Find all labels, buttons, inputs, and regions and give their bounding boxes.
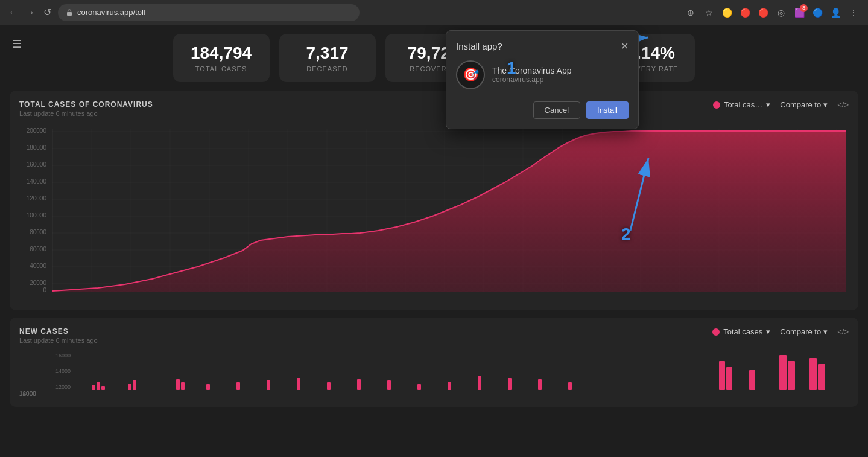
new-cases-legend-dot xyxy=(712,328,720,336)
svg-text:60000: 60000 xyxy=(30,246,46,252)
legend-label: Total cas… xyxy=(724,100,762,109)
svg-rect-69 xyxy=(101,386,105,390)
deceased-label: DECEASED xyxy=(296,65,359,72)
svg-text:2/12: 2/12 xyxy=(440,297,449,298)
svg-text:2/22: 2/22 xyxy=(597,297,606,298)
svg-text:12000: 12000 xyxy=(55,384,71,390)
svg-text:1/27: 1/27 xyxy=(87,297,97,298)
pwa-install-icon[interactable]: ⊕ xyxy=(683,5,698,20)
new-cases-legend[interactable]: Total cases ▾ xyxy=(712,327,770,336)
svg-rect-70 xyxy=(128,384,131,390)
new-cases-bar-chart: 16000 14000 12000 16000 14000 12000 xyxy=(19,349,849,397)
svg-rect-73 xyxy=(181,382,185,390)
new-cases-embed-button[interactable]: </> xyxy=(837,327,849,336)
svg-rect-82 xyxy=(448,382,451,390)
new-cases-chart-header: NEW CASES Last update 6 minutes ago Tota… xyxy=(19,327,849,344)
compare-to-button[interactable]: Compare to ▾ xyxy=(780,100,828,109)
extension-icon-1[interactable]: 🟡 xyxy=(720,5,734,20)
svg-rect-75 xyxy=(236,382,240,390)
extension-icon-5[interactable]: 🟪 3 xyxy=(792,5,806,20)
svg-text:2/17: 2/17 xyxy=(518,297,528,298)
svg-rect-83 xyxy=(478,376,481,390)
svg-rect-0 xyxy=(67,12,72,16)
deceased-number: 7,317 xyxy=(296,43,359,63)
svg-text:2/7: 2/7 xyxy=(363,297,370,298)
svg-rect-78 xyxy=(327,382,331,390)
legend-chevron: ▾ xyxy=(766,100,770,109)
svg-rect-84 xyxy=(508,378,512,390)
popup-app-icon: 🎯 xyxy=(456,60,485,89)
cancel-button[interactable]: Cancel xyxy=(533,101,580,119)
svg-rect-85 xyxy=(538,379,542,390)
stat-total-cases: 184,794 TOTAL CASES xyxy=(173,34,270,82)
compare-to-label: Compare to xyxy=(780,100,821,109)
svg-text:3/1: 3/1 xyxy=(794,297,801,298)
svg-text:2/24: 2/24 xyxy=(636,297,645,298)
svg-text:160000: 160000 xyxy=(27,161,47,168)
svg-rect-92 xyxy=(809,358,817,390)
svg-text:2/27: 2/27 xyxy=(714,297,724,298)
stat-deceased: 7,317 DECEASED xyxy=(279,34,376,82)
annotation-2: 2 xyxy=(621,225,631,244)
svg-text:1/26: 1/26 xyxy=(48,297,57,298)
new-cases-chart-section: NEW CASES Last update 6 minutes ago Tota… xyxy=(10,318,858,407)
lock-icon xyxy=(65,8,74,17)
address-bar[interactable]: coronavirus.app/toll xyxy=(58,4,360,21)
extension-icon-2[interactable]: 🔴 xyxy=(738,5,752,20)
chart-controls: Total cas… ▾ Compare to ▾ </> xyxy=(713,100,849,109)
svg-text:180000: 180000 xyxy=(27,144,47,151)
svg-text:2/19: 2/19 xyxy=(557,297,567,298)
svg-text:2/29: 2/29 xyxy=(753,297,763,298)
popup-app-details: The Coronavirus App coronavirus.app xyxy=(492,66,572,84)
svg-text:2/10: 2/10 xyxy=(401,297,410,298)
chart-svg-wrapper: 200000 180000 160000 140000 120000 10000… xyxy=(19,123,849,301)
extension-icon-6[interactable]: 🔵 xyxy=(810,5,825,20)
browser-toolbar: ⊕ ☆ 🟡 🔴 🔴 ◎ 🟪 3 🔵 👤 ⋮ xyxy=(683,5,861,20)
svg-text:1/30: 1/30 xyxy=(165,297,175,298)
total-cases-label: TOTAL CASES xyxy=(190,65,253,72)
embed-button[interactable]: </> xyxy=(837,100,849,109)
svg-text:2/1: 2/1 xyxy=(245,297,252,298)
svg-rect-74 xyxy=(206,384,210,390)
popup-app-info: 🎯 The Coronavirus App coronavirus.app xyxy=(456,60,629,89)
stats-bar: 184,794 TOTAL CASES 7,317 DECEASED 79,72… xyxy=(0,25,868,91)
back-button[interactable]: ← xyxy=(7,7,19,19)
svg-rect-87 xyxy=(719,361,725,390)
new-cases-controls: Total cases ▾ Compare to ▾ </> xyxy=(712,327,849,336)
popup-title: Install app? xyxy=(456,41,502,51)
extension-icon-7[interactable]: 👤 xyxy=(828,5,843,20)
bookmark-icon[interactable]: ☆ xyxy=(702,5,716,20)
svg-rect-81 xyxy=(417,384,421,390)
popup-app-name: The Coronavirus App xyxy=(492,66,572,75)
sidebar-toggle-button[interactable]: ☰ xyxy=(12,37,22,51)
new-cases-bars: 16000 14000 12000 xyxy=(55,349,840,397)
svg-text:80000: 80000 xyxy=(30,229,46,235)
annotation-1: 1 xyxy=(507,59,516,78)
chart-header: TOTAL CASES OF CORONAVIRUS Last update 6… xyxy=(19,100,849,117)
extension-icon-3[interactable]: 🔴 xyxy=(756,5,770,20)
svg-text:20000: 20000 xyxy=(30,280,46,286)
new-cases-compare-to-button[interactable]: Compare to ▾ xyxy=(780,327,828,336)
reload-button[interactable]: ↺ xyxy=(41,7,53,19)
more-menu-button[interactable]: ⋮ xyxy=(846,5,861,20)
svg-rect-86 xyxy=(568,382,572,390)
forward-button[interactable]: → xyxy=(24,7,36,19)
new-cases-compare-label: Compare to xyxy=(780,327,821,336)
compare-to-chevron: ▾ xyxy=(823,100,828,109)
legend-total-cases[interactable]: Total cas… ▾ xyxy=(713,100,770,109)
popup-header: Install app? ✕ xyxy=(456,40,629,52)
install-popup: Install app? ✕ 🎯 The Coronavirus App cor… xyxy=(446,30,639,129)
svg-rect-68 xyxy=(97,382,100,390)
popup-close-button[interactable]: ✕ xyxy=(621,40,629,52)
new-cases-title-block: NEW CASES Last update 6 minutes ago xyxy=(19,327,98,344)
chart-title-block: TOTAL CASES OF CORONAVIRUS Last update 6… xyxy=(19,100,153,117)
url-text: coronavirus.app/toll xyxy=(77,8,145,17)
svg-rect-89 xyxy=(749,370,755,390)
svg-text:40000: 40000 xyxy=(30,263,46,269)
svg-rect-88 xyxy=(726,367,732,390)
extension-icon-4[interactable]: ◎ xyxy=(774,5,788,20)
install-button[interactable]: Install xyxy=(586,101,629,119)
svg-rect-67 xyxy=(92,385,95,390)
svg-rect-76 xyxy=(267,380,270,390)
total-cases-chart: 200000 180000 160000 140000 120000 10000… xyxy=(19,123,852,298)
